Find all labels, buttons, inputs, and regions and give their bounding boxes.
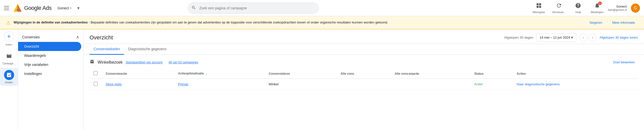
row-checkbox[interactable] bbox=[94, 82, 98, 86]
meldingen-button[interactable]: 1 Meldingen bbox=[588, 2, 606, 15]
warning-actions: Negeren Meer informatie bbox=[587, 19, 638, 26]
status-active-badge: Actief bbox=[474, 82, 483, 86]
weergave-button[interactable]: Weergave bbox=[530, 2, 548, 15]
user-email: bart@gonect.nl bbox=[608, 8, 627, 11]
row-status: Actief bbox=[470, 79, 513, 90]
th-acties: Acties bbox=[513, 69, 638, 79]
account-name[interactable]: Gonect › bbox=[58, 5, 71, 11]
tag-campagnes[interactable]: 48 van 53 campagnes bbox=[169, 61, 198, 64]
top-nav-right: Weergave Vernieuw... Hulp 1 Meldingen G bbox=[530, 2, 640, 15]
sidebar-icons: + Maken Campagn... Doelen bbox=[0, 29, 18, 130]
collapse-icon: ∧ bbox=[76, 34, 79, 40]
th-alleconv: Alle conv. bbox=[337, 69, 391, 79]
user-avatar[interactable]: G bbox=[631, 4, 640, 13]
doelen-icon bbox=[4, 70, 14, 80]
primair-link[interactable]: Primair bbox=[178, 82, 188, 86]
table-section: Winkelbezoek Standaarddoel van account 4… bbox=[84, 55, 644, 94]
sidebar-item-instellingen[interactable]: Instellingen bbox=[18, 69, 81, 78]
search-bar bbox=[188, 3, 319, 14]
weergave-label: Weergave bbox=[533, 11, 545, 14]
table-section-title: Winkelbezoek bbox=[98, 60, 123, 65]
date-range-label: Afgelopen 30 dagen bbox=[504, 36, 533, 39]
trend-link[interactable]: Afgelopen 30 dagen tonen bbox=[599, 36, 638, 39]
th-alleconvwaarde: Alle conv.waarde bbox=[391, 69, 470, 79]
search-input[interactable] bbox=[188, 3, 319, 14]
main-layout: + Maken Campagn... Doelen Conversies ∧ O… bbox=[0, 29, 644, 130]
hulp-icon bbox=[575, 3, 581, 10]
row-alleconvwaarde bbox=[391, 79, 470, 90]
sidebar-icon-doelen[interactable]: Doelen bbox=[0, 68, 18, 86]
header-right: Afgelopen 30 dagen 14 mei – 12 jun 2024 … bbox=[504, 33, 638, 42]
store-visits-link[interactable]: Store visits bbox=[106, 82, 122, 86]
account-arrow-icon: › bbox=[70, 5, 71, 11]
date-picker-dropdown-icon: ▾ bbox=[571, 35, 573, 40]
row-optimalisatie: Primair bbox=[174, 79, 265, 90]
th-conversieactie: Conversieactie bbox=[102, 69, 174, 79]
diagnostische-link[interactable]: Naar diagnostische gegevens bbox=[517, 82, 560, 86]
warning-bar: ⚠ Wijzigingen in de definitie van zoekad… bbox=[0, 16, 644, 29]
hulp-label: Hulp bbox=[575, 11, 581, 14]
date-nav-arrows: ‹ › bbox=[579, 34, 596, 42]
tab-diagnostische[interactable]: Diagnostische gegevens bbox=[124, 44, 171, 55]
table-header: Conversieactie Actieoptimalisatie ↓ Conv… bbox=[90, 69, 638, 79]
sidebar-section-conversies[interactable]: Conversies ∧ bbox=[18, 32, 83, 42]
weergave-icon bbox=[536, 3, 542, 10]
th-status: Status bbox=[470, 69, 513, 79]
th-checkbox bbox=[90, 69, 102, 79]
doelen-label: Doelen bbox=[5, 81, 13, 84]
select-all-checkbox[interactable] bbox=[94, 71, 98, 75]
winkelbezoek-icon bbox=[90, 59, 95, 65]
sidebar-item-vrijevariabelen[interactable]: Vrije variabelen bbox=[18, 60, 81, 69]
google-ads-logo: Google Ads bbox=[13, 4, 52, 13]
row-alleconv bbox=[337, 79, 391, 90]
th-actieoptimalisatie[interactable]: Actieoptimalisatie ↓ bbox=[174, 69, 265, 79]
sidebar-item-waarderegels[interactable]: Waarderegels bbox=[18, 51, 81, 60]
date-next-arrow[interactable]: › bbox=[588, 34, 596, 42]
row-bron: Winkel bbox=[265, 79, 337, 90]
meldingen-badge: 1 bbox=[598, 2, 602, 5]
th-conversiebron: Conversiebron bbox=[265, 69, 337, 79]
vernieuw-button[interactable]: Vernieuw... bbox=[550, 2, 568, 15]
maken-label: Maken bbox=[6, 43, 12, 46]
content-area: Overzicht Afgelopen 30 dagen 14 mei – 12… bbox=[84, 29, 644, 130]
warning-text: Wijzigingen in de definitie van zoekadve… bbox=[14, 20, 581, 25]
hamburger-menu[interactable] bbox=[4, 5, 10, 11]
vernieuw-icon bbox=[556, 3, 562, 10]
campagnes-icon bbox=[4, 51, 14, 61]
meer-informatie-button[interactable]: Meer informatie bbox=[609, 19, 638, 26]
warning-icon: ⚠ bbox=[6, 20, 11, 26]
row-conversieactie: Store visits bbox=[102, 79, 174, 90]
vernieuw-label: Vernieuw... bbox=[552, 11, 566, 14]
user-info: Gonect bart@gonect.nl bbox=[608, 5, 627, 11]
campagnes-label: Campagn... bbox=[3, 62, 16, 65]
doel-bewerken-button[interactable]: Doel bewerken bbox=[610, 59, 638, 66]
negeren-button[interactable]: Negeren bbox=[587, 19, 605, 26]
date-picker[interactable]: 14 mei – 12 jun 2024 ▾ bbox=[536, 33, 576, 42]
content-tabs: Conversiedoelen Diagnostische gegevens bbox=[84, 44, 644, 55]
google-ads-logo-icon bbox=[13, 4, 22, 13]
table-row: Store visits Primair Winkel Actief Naar … bbox=[90, 79, 638, 90]
top-nav: Google Ads Gonect › ▾ Weergave Vernieuw.… bbox=[0, 0, 644, 16]
search-icon bbox=[191, 5, 196, 11]
top-nav-left: Google Ads Gonect › ▾ bbox=[4, 4, 83, 13]
tab-conversiedoelen[interactable]: Conversiedoelen bbox=[90, 44, 124, 55]
meldingen-label: Meldingen bbox=[591, 11, 603, 14]
user-name: Gonect bbox=[616, 5, 627, 8]
sidebar-item-overzicht[interactable]: Overzicht bbox=[18, 42, 81, 51]
svg-point-2 bbox=[17, 9, 18, 11]
hulp-button[interactable]: Hulp bbox=[570, 2, 586, 15]
account-dropdown-icon[interactable]: ▾ bbox=[74, 4, 83, 12]
table-header-row: Winkelbezoek Standaarddoel van account 4… bbox=[90, 59, 638, 66]
tag-standaarddoel[interactable]: Standaarddoel van account bbox=[126, 61, 163, 64]
meldingen-icon: 1 bbox=[594, 3, 600, 10]
date-prev-arrow[interactable]: ‹ bbox=[579, 34, 587, 42]
content-header: Overzicht Afgelopen 30 dagen 14 mei – 12… bbox=[84, 29, 644, 44]
row-acties: Naar diagnostische gegevens bbox=[513, 79, 638, 90]
sidebar-icon-campagnes[interactable]: Campagn... bbox=[0, 49, 18, 67]
sidebar-nav: Conversies ∧ Overzicht Waarderegels Vrij… bbox=[18, 29, 84, 130]
app-name: Google Ads bbox=[24, 5, 52, 11]
maken-button[interactable]: + bbox=[4, 31, 14, 41]
conversie-table: Conversieactie Actieoptimalisatie ↓ Conv… bbox=[90, 69, 638, 90]
page-title: Overzicht bbox=[90, 34, 113, 41]
sort-icon: ↓ bbox=[205, 72, 207, 76]
